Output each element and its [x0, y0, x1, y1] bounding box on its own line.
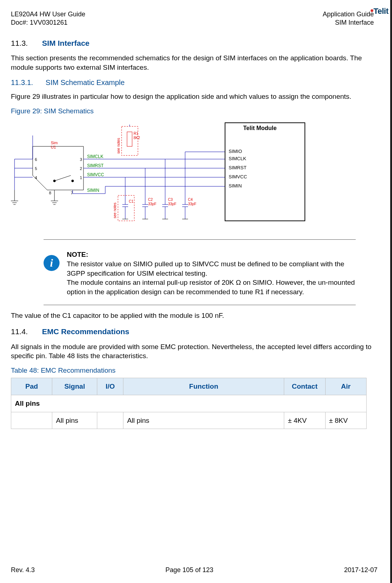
- wire-simrst: SIMRST: [87, 163, 104, 168]
- brand-logo-text: Telit: [373, 7, 388, 16]
- module-title: Telit Module: [243, 125, 277, 131]
- table-48-caption: Table 48: EMC Recommendations: [11, 366, 377, 375]
- footer-rev: Rev. 4.3: [11, 566, 35, 574]
- svg-rect-25: [122, 126, 138, 155]
- table-group-row: All pins: [11, 395, 367, 412]
- svg-text:33pF: 33pF: [148, 202, 156, 206]
- svg-text:C1: C1: [129, 199, 134, 203]
- cell-signal: All pins: [52, 412, 97, 429]
- section-11-4-heading: 11.4. EMC Recommendations: [11, 327, 377, 337]
- group-all-pins: All pins: [11, 395, 367, 412]
- th-contact: Contact: [284, 378, 325, 395]
- pin-2: 2: [80, 166, 82, 171]
- header-title: LE920A4 HW User Guide: [11, 10, 85, 19]
- pin-3: 3: [80, 157, 82, 162]
- svg-text:C4: C4: [188, 198, 193, 202]
- see-notes-1: see notes: [117, 138, 121, 153]
- subsection-11-3-1-heading: 11.3.1. SIM Schematic Example: [11, 78, 377, 88]
- th-pad: Pad: [11, 378, 52, 395]
- subsection-11-3-1-para: Figure 29 illustrates in particular how …: [11, 92, 377, 101]
- sim-ref: U1: [51, 145, 56, 149]
- page-header: LE920A4 HW User Guide Doc#: 1VV0301261 A…: [11, 10, 377, 27]
- cell-contact: ± 4KV: [284, 412, 325, 429]
- mod-pin-simclk: SIMCLK: [229, 156, 246, 161]
- table-row: All pins All pins ± 4KV ± 8KV: [11, 412, 367, 429]
- section-title: SIM Interface: [42, 39, 90, 47]
- cap-c2: C233pF: [142, 168, 156, 219]
- sim-label: Sim: [51, 141, 58, 145]
- note-label: NOTE:: [67, 251, 88, 258]
- note-body-1: The resistor value on SIMIO pulled up to…: [67, 260, 344, 277]
- svg-text:33pF: 33pF: [168, 202, 176, 206]
- pin-1: 1: [80, 175, 82, 180]
- section-number: 11.4.: [11, 327, 40, 337]
- svg-point-9: [72, 180, 74, 182]
- th-io: I/O: [97, 378, 123, 395]
- r1-ref: R1: [134, 131, 138, 135]
- section-11-3-heading: 11.3. SIM Interface: [11, 38, 377, 48]
- svg-text:33pF: 33pF: [188, 202, 196, 206]
- note-body-2: The module contains an internal pull-up …: [67, 279, 355, 296]
- th-air: Air: [325, 378, 366, 395]
- see-notes-2: see notes: [113, 202, 117, 218]
- section-11-4-para: All signals in the module are provided w…: [11, 342, 377, 361]
- note-block: i NOTE: The resistor value on SIMIO pull…: [44, 239, 356, 305]
- pin-8: 8: [49, 191, 51, 195]
- section-title: EMC Recommendations: [42, 327, 129, 336]
- mod-pin-simrst: SIMRST: [229, 165, 246, 170]
- header-docnum: Doc#: 1VV0301261: [11, 19, 85, 27]
- svg-line-10: [54, 175, 71, 181]
- pin-5: 5: [35, 166, 37, 171]
- wire-simclk: SIMCLK: [87, 154, 103, 159]
- mod-pin-simvcc: SIMVCC: [229, 174, 247, 179]
- page-right-border: [390, 0, 392, 583]
- header-section: SIM Interface: [323, 19, 374, 27]
- brand-logo: •Telit: [370, 4, 388, 17]
- cell-pad: [11, 412, 52, 429]
- header-app-guide: Application Guide: [323, 10, 374, 19]
- mod-pin-simio: SIMIO: [229, 149, 242, 154]
- table-header-row: Pad Signal I/O Function Contact Air: [11, 378, 367, 395]
- section-11-3-para: This section presents the recommended sc…: [11, 53, 377, 72]
- th-function: Function: [123, 378, 284, 395]
- svg-rect-59: [225, 123, 305, 221]
- cell-io: [97, 412, 123, 429]
- sim-schematic-diagram: Sim U1 6 5 4 3 2 1 8 7 SIMCLK SIMRST SIM…: [11, 121, 309, 230]
- wire-simvcc: SIMVCC: [87, 172, 104, 177]
- r1-val: 8K2: [134, 136, 140, 140]
- figure-29-caption: Figure 29: SIM Schematics: [11, 106, 377, 116]
- footer-date: 2017-12-07: [344, 566, 377, 574]
- footer-page: Page 105 of 123: [166, 566, 213, 574]
- pin-6: 6: [35, 157, 37, 162]
- pin-4: 4: [35, 175, 37, 180]
- cap-c1: C1: [122, 177, 134, 219]
- c1-value-line: The value of the C1 capacitor to be appl…: [11, 311, 377, 320]
- cell-air: ± 8KV: [325, 412, 366, 429]
- svg-text:C3: C3: [168, 198, 173, 202]
- th-signal: Signal: [52, 378, 97, 395]
- cell-function: All pins: [123, 412, 284, 429]
- section-number: 11.3.: [11, 38, 40, 48]
- subsection-title: SIM Schematic Example: [46, 78, 125, 86]
- svg-rect-26: [127, 132, 132, 146]
- wire-simin: SIMIN: [87, 188, 99, 193]
- page-footer: Rev. 4.3 Page 105 of 123 2017-12-07: [11, 566, 377, 574]
- subsection-number: 11.3.1.: [11, 78, 44, 88]
- mod-pin-simin: SIMIN: [229, 183, 242, 189]
- svg-text:C2: C2: [148, 198, 153, 202]
- emc-table: Pad Signal I/O Function Contact Air All …: [11, 378, 367, 429]
- info-icon: i: [44, 255, 60, 271]
- cap-c4: C433pF: [182, 152, 196, 219]
